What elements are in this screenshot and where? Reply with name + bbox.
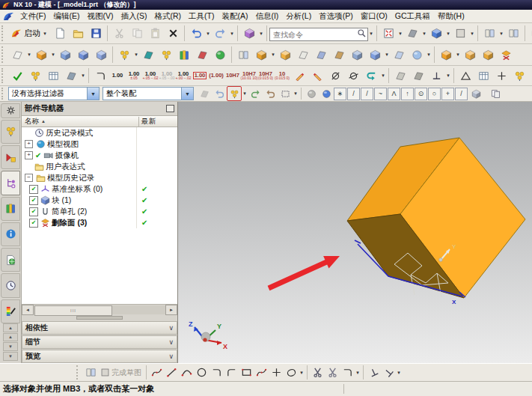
blend-dropdown-icon[interactable]: ▾: [384, 52, 390, 58]
sketch-in-task-button[interactable]: [83, 365, 98, 380]
tree-item-delete-face[interactable]: ✔ 删除面 (3) ✔: [22, 217, 177, 228]
revolve-button[interactable]: [56, 46, 74, 64]
undo-dropdown-icon[interactable]: ▾: [205, 31, 211, 37]
quick-extend-button[interactable]: [325, 365, 340, 380]
snap-point-on-face-button[interactable]: /: [455, 88, 468, 100]
column-name-label[interactable]: 名称: [25, 117, 39, 127]
redo-dropdown-icon[interactable]: ▾: [229, 31, 235, 37]
clipboard-button[interactable]: [488, 86, 503, 101]
lasso-button[interactable]: [278, 86, 293, 101]
snap-existing-point-button[interactable]: +: [441, 88, 454, 100]
command-finder-input[interactable]: [269, 28, 368, 41]
menu-insert[interactable]: 插入(S): [117, 10, 150, 22]
diameter-dimension-button[interactable]: [326, 67, 344, 85]
snap-solid-button[interactable]: [468, 86, 483, 101]
resource-scroll-first-button[interactable]: ▲: [3, 323, 18, 332]
tolerance-button-6[interactable]: (1.00): [208, 67, 224, 85]
snap-arc-center-button[interactable]: ⊙: [415, 88, 427, 100]
fit-dropdown-icon[interactable]: ▾: [397, 31, 403, 37]
section-details[interactable]: 细节 ∨: [22, 335, 177, 349]
selection-filter-combo[interactable]: 没有选择过滤器 ▼: [8, 87, 100, 100]
information-window-button[interactable]: [44, 67, 62, 85]
menu-format[interactable]: 格式(R): [150, 10, 185, 22]
update-display-button[interactable]: [362, 67, 380, 85]
snap-point-on-curve-button[interactable]: ~: [374, 88, 387, 100]
resource-scroll-down-button[interactable]: ▼: [3, 342, 18, 351]
boolean-dropdown-icon[interactable]: ▾: [270, 52, 276, 58]
toolbar-grip[interactable]: [1, 46, 6, 63]
profile-button[interactable]: [149, 365, 164, 380]
combo-arrow-icon[interactable]: ▼: [87, 88, 99, 100]
thickness-dimension-button[interactable]: [409, 67, 427, 85]
general-object-button[interactable]: [304, 86, 319, 101]
menu-window[interactable]: 窗口(O): [357, 10, 391, 22]
menu-view[interactable]: 视图(V): [83, 10, 117, 22]
view-triad[interactable]: Z Y X: [189, 320, 227, 350]
section-dependencies[interactable]: 相依性 ∨: [22, 321, 177, 335]
scrollbar-thumb[interactable]: III: [34, 305, 112, 316]
curve-dropdown-icon[interactable]: ▾: [299, 370, 305, 376]
pattern-dropdown-icon[interactable]: ▾: [133, 52, 139, 58]
tolerance-button-3[interactable]: 1.00+.05 −.00: [159, 67, 175, 85]
menu-edit[interactable]: 编辑(E): [49, 10, 83, 22]
snap-pole-button[interactable]: ↑: [401, 88, 414, 100]
chamfer-sketch-button[interactable]: [224, 365, 239, 380]
feature-checkbox[interactable]: ✔: [29, 207, 38, 216]
save-button[interactable]: [87, 25, 105, 43]
move-face-dropdown-icon[interactable]: ▾: [455, 52, 461, 58]
menu-tools[interactable]: 工具(T): [185, 10, 218, 22]
split-body-button[interactable]: [312, 46, 330, 64]
tolerance-button-1[interactable]: 1.00±.05: [126, 67, 142, 85]
tolerance-button-9[interactable]: 10H7(0.015 0): [257, 67, 274, 85]
chamfer-button[interactable]: [390, 46, 408, 64]
extrude-button[interactable]: [32, 46, 50, 64]
solid-body-button[interactable]: [319, 86, 334, 101]
shaded-view-button[interactable]: [427, 25, 445, 43]
tolerance-button-8[interactable]: 10H7(10.01 10): [241, 67, 257, 85]
annotation-dropdown-icon[interactable]: ▾: [445, 73, 451, 79]
menu-help[interactable]: 帮助(H): [434, 10, 468, 22]
select-box-button[interactable]: [227, 86, 242, 101]
instance-array-button[interactable]: [175, 46, 193, 64]
background-dropdown-icon[interactable]: ▾: [469, 31, 475, 37]
delete-button[interactable]: [164, 25, 182, 43]
mirror-feature-button[interactable]: [193, 46, 211, 64]
tab-history[interactable]: [1, 273, 20, 297]
hole-button[interactable]: [74, 46, 92, 64]
finder-dropdown-icon[interactable]: ▾: [368, 31, 374, 37]
shell-button[interactable]: [234, 46, 252, 64]
sketch-button[interactable]: [8, 46, 26, 64]
feature-checkbox[interactable]: ✔: [29, 219, 38, 228]
move-object-button[interactable]: [528, 25, 532, 43]
column-latest-label[interactable]: 最新: [138, 117, 177, 127]
start-button[interactable]: 启动 ▾: [8, 24, 51, 43]
tree-item-block[interactable]: ✔ 块 (1) ✔: [22, 195, 177, 206]
update-dropdown-icon[interactable]: ▾: [380, 73, 386, 79]
extrude-dropdown-icon[interactable]: ▾: [50, 52, 56, 58]
section-view-button[interactable]: [62, 67, 80, 85]
toolbar-grip[interactable]: [76, 365, 81, 379]
window-dropdown-icon[interactable]: ▾: [498, 31, 504, 37]
intersect-button[interactable]: [276, 46, 294, 64]
object-group-button[interactable]: [510, 67, 528, 85]
tab-constraint-navigator[interactable]: [1, 145, 20, 169]
search-icon[interactable]: [357, 28, 367, 38]
boss-button[interactable]: [92, 46, 110, 64]
tab-hd3d-tools[interactable]: [1, 248, 20, 272]
datum-feature-button[interactable]: [456, 67, 474, 85]
graphics-viewport[interactable]: X Y: [178, 102, 532, 363]
thicken-button[interactable]: [330, 46, 348, 64]
section-dropdown-icon[interactable]: ▾: [80, 73, 86, 79]
tab-reuse-library[interactable]: [1, 197, 20, 221]
radial-dimension-button[interactable]: [344, 67, 362, 85]
feature-checkbox[interactable]: ✔: [29, 185, 38, 194]
copy-button[interactable]: [128, 25, 146, 43]
start-dropdown-icon[interactable]: ▾: [42, 31, 48, 37]
tolerance-button-7[interactable]: 10H7: [224, 67, 241, 85]
toolbar-grip[interactable]: [1, 25, 6, 42]
finish-sketch-button[interactable]: 完成草图: [98, 365, 144, 380]
scroll-left-button[interactable]: ◄: [22, 305, 34, 315]
navigator-column-header[interactable]: 名称▲ 最新: [22, 115, 177, 127]
feature-checkbox[interactable]: ✔: [29, 196, 38, 205]
offset-region-button[interactable]: [479, 46, 497, 64]
